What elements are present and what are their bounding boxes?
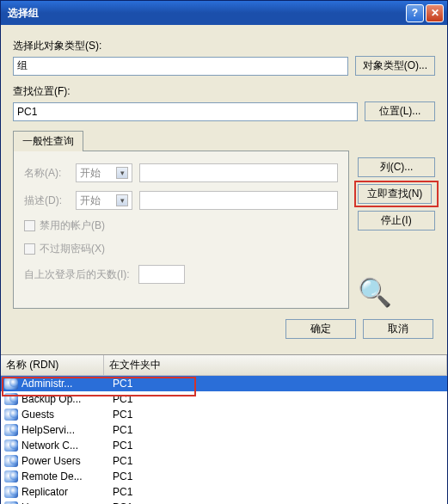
list-item[interactable]: Network C...PC1: [1, 438, 447, 453]
results-list[interactable]: Administr...PC1Backup Op...PC1GuestsPC1H…: [1, 376, 447, 504]
object-type-label: 选择此对象类型(S):: [13, 39, 435, 53]
group-icon: [4, 378, 18, 390]
result-folder: PC1: [109, 455, 447, 467]
result-name: Backup Op...: [21, 393, 81, 405]
description-value-input[interactable]: [139, 191, 338, 210]
result-folder: PC1: [109, 409, 447, 421]
stop-button[interactable]: 停止(I): [358, 211, 435, 230]
query-form: 名称(A): 开始 ▾ 描述(D): 开始 ▾: [13, 151, 349, 309]
locations-button[interactable]: 位置(L)...: [365, 101, 435, 121]
result-folder: PC1: [109, 393, 447, 405]
result-name: Guests: [21, 409, 54, 421]
group-icon: [4, 470, 18, 482]
name-match-combo-text: 开始: [80, 166, 101, 181]
non-expiring-password-checkbox[interactable]: [24, 243, 35, 255]
dialog-body: 选择此对象类型(S): 对象类型(O)... 查找位置(F): 位置(L)...…: [1, 25, 447, 354]
query-side-buttons: 列(C)... 立即查找(N) 停止(I) 🔍: [358, 151, 435, 309]
description-match-combo-text: 开始: [80, 194, 101, 208]
list-item[interactable]: HelpServi...PC1: [1, 422, 447, 438]
dialog-buttons: 确定 取消: [13, 309, 435, 346]
query-panel: 名称(A): 开始 ▾ 描述(D): 开始 ▾: [13, 151, 435, 309]
result-name: Administr...: [21, 378, 72, 390]
name-match-combo[interactable]: 开始 ▾: [76, 163, 132, 182]
non-expiring-password-label: 不过期密码(X): [40, 242, 105, 256]
find-now-highlight: 立即查找(N): [358, 184, 435, 204]
result-folder: PC1: [109, 424, 447, 436]
chevron-down-icon: ▾: [116, 194, 128, 206]
cancel-button[interactable]: 取消: [363, 319, 433, 339]
disabled-accounts-label: 禁用的帐户(B): [40, 218, 105, 233]
search-icon: 🔍: [358, 276, 435, 309]
result-folder: PC1: [109, 439, 447, 452]
list-item[interactable]: Remote De...PC1: [1, 469, 447, 484]
column-header-name[interactable]: 名称 (RDN): [1, 355, 104, 375]
name-field-label: 名称(A):: [24, 166, 76, 181]
tab-common-queries[interactable]: 一般性查询: [13, 131, 83, 151]
select-group-dialog: 选择组 ? ✕ 选择此对象类型(S): 对象类型(O)... 查找位置(F): …: [0, 0, 448, 504]
group-icon: [4, 486, 18, 498]
title-bar[interactable]: 选择组 ? ✕: [1, 1, 447, 25]
location-label: 查找位置(F):: [13, 84, 435, 99]
result-folder: PC1: [109, 378, 447, 390]
list-item[interactable]: ReplicatorPC1: [1, 484, 447, 500]
titlebar-close-button[interactable]: ✕: [426, 4, 444, 22]
group-icon: [4, 439, 18, 452]
group-icon: [4, 393, 18, 405]
result-name: Replicator: [21, 486, 68, 498]
days-since-logon-label: 自上次登录后的天数(I):: [24, 267, 130, 282]
ok-button[interactable]: 确定: [285, 319, 356, 339]
result-folder: PC1: [109, 470, 447, 482]
description-match-combo[interactable]: 开始 ▾: [76, 191, 132, 210]
disabled-accounts-checkbox[interactable]: [24, 220, 35, 231]
group-icon: [4, 409, 18, 421]
object-types-button[interactable]: 对象类型(O)...: [355, 56, 435, 76]
list-item[interactable]: Power UsersPC1: [1, 453, 447, 469]
result-folder: PC1: [109, 486, 447, 498]
list-item[interactable]: Backup Op...PC1: [1, 391, 447, 407]
days-since-logon-spinner[interactable]: [138, 265, 185, 284]
tab-strip: 一般性查询: [13, 130, 435, 151]
columns-button[interactable]: 列(C)...: [358, 157, 435, 177]
list-item[interactable]: Administr...PC1: [1, 376, 447, 391]
results-header: 名称 (RDN) 在文件夹中: [1, 354, 447, 376]
result-name: Network C...: [21, 439, 78, 452]
description-field-label: 描述(D):: [24, 194, 76, 208]
name-value-input[interactable]: [139, 163, 338, 182]
result-name: Power Users: [21, 455, 81, 467]
list-item[interactable]: GuestsPC1: [1, 407, 447, 422]
group-icon: [4, 455, 18, 467]
location-input[interactable]: [13, 102, 358, 121]
column-header-folder[interactable]: 在文件夹中: [104, 355, 447, 375]
object-type-input[interactable]: [13, 57, 348, 76]
window-title: 选择组: [8, 6, 404, 21]
result-name: HelpServi...: [21, 424, 75, 436]
chevron-down-icon: ▾: [116, 167, 128, 179]
find-now-button[interactable]: 立即查找(N): [358, 184, 432, 204]
result-name: Remote De...: [21, 470, 83, 482]
group-icon: [4, 424, 18, 436]
list-item[interactable]: UsersPC1: [1, 500, 447, 504]
titlebar-help-button[interactable]: ?: [406, 4, 424, 22]
